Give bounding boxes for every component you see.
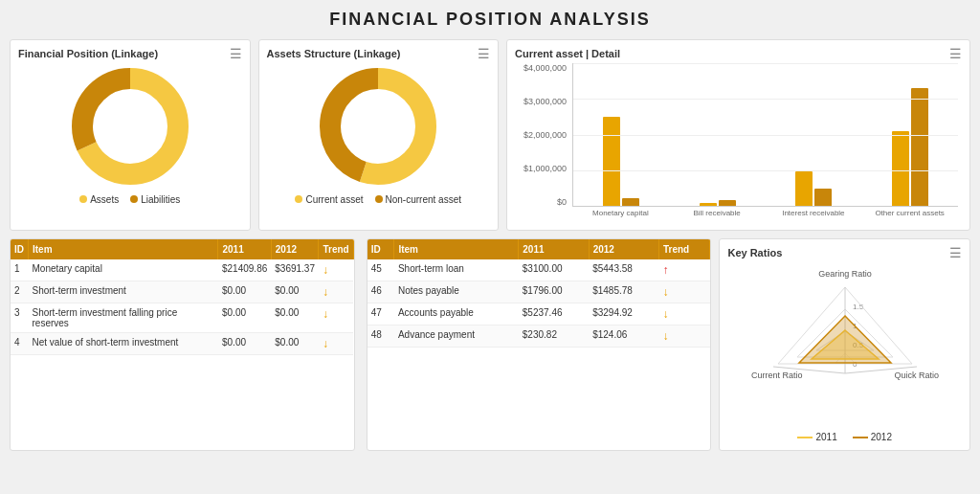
- cell-id: 48: [368, 326, 394, 348]
- right-data-table: ID Item 2011 2012 Trend 45 Short-term lo…: [368, 239, 711, 348]
- cell-id: 45: [368, 259, 394, 281]
- x-label-other: Other current assets: [861, 209, 958, 217]
- y-label-3m: $3,000,000: [515, 97, 567, 106]
- left-table-card: ID Item 2011 2012 Trend 1 Monetary capit…: [10, 238, 355, 451]
- bar-other-2012: [911, 88, 928, 206]
- cell-id: 4: [11, 333, 29, 355]
- bar-other-2011: [892, 131, 909, 206]
- svg-point-2: [97, 93, 164, 160]
- cell-2011: $1796.00: [519, 281, 589, 303]
- svg-text:Quick Ratio: Quick Ratio: [894, 370, 939, 380]
- cell-2012: $124.06: [589, 326, 658, 348]
- y-label-2m: $2,000,000: [515, 130, 567, 140]
- current-asset-card: Current asset | Detail ☰ $4,000,000 $3,0…: [506, 39, 970, 231]
- key-ratios-menu[interactable]: ☰: [949, 245, 962, 260]
- table-row: 4 Net value of short-term investment $0.…: [11, 333, 353, 355]
- table-row: 2 Short-term investment $0.00 $0.00 ↓: [11, 281, 353, 303]
- radar-legend: 2011 2012: [797, 432, 892, 442]
- assets-structure-legend: Current asset Non-current asset: [295, 194, 461, 205]
- cell-item: Monetary capital: [29, 259, 218, 281]
- y-label-0: $0: [515, 197, 567, 207]
- key-ratios-title: Key Ratios: [727, 247, 962, 258]
- col-2011-right: 2011: [519, 239, 589, 259]
- cell-2011: $0.00: [218, 303, 271, 333]
- svg-marker-21: [799, 316, 891, 363]
- y-label-1m: $1,000,000: [515, 164, 567, 173]
- assets-structure-menu[interactable]: ☰: [478, 46, 490, 61]
- cell-2012: $0.00: [271, 303, 319, 333]
- cell-id: 2: [11, 281, 29, 303]
- current-asset-menu[interactable]: ☰: [949, 46, 962, 61]
- cell-2011: $21409.86: [218, 259, 271, 281]
- cell-id: 1: [11, 259, 29, 281]
- financial-position-donut: Assets Liabilities: [18, 64, 242, 205]
- table-row: 46 Notes payable $1796.00 $1485.78 ↓: [368, 281, 710, 303]
- cell-2012: $0.00: [271, 333, 319, 355]
- bar-bill-2012: [719, 200, 736, 206]
- cell-trend: ↑: [658, 259, 709, 281]
- table-row: 47 Accounts payable $5237.46 $3294.92 ↓: [368, 303, 710, 326]
- table-row: 3 Short-term investment falling price re…: [11, 303, 353, 333]
- cell-item: Accounts payable: [394, 303, 519, 326]
- col-trend-left: Trend: [319, 239, 353, 259]
- cell-id: 3: [11, 303, 29, 333]
- financial-position-menu[interactable]: ☰: [230, 46, 242, 61]
- left-data-table: ID Item 2011 2012 Trend 1 Monetary capit…: [11, 239, 354, 355]
- page-title: FINANCIAL POSITION ANALYSIS: [10, 10, 970, 30]
- cell-2012: $3294.92: [589, 303, 658, 326]
- col-2012-left: 2012: [271, 239, 319, 259]
- x-label-monetary: Monetary capital: [572, 209, 669, 217]
- cell-item: Short-term loan: [394, 259, 519, 281]
- col-item-left: Item: [29, 239, 218, 259]
- cell-2011: $0.00: [218, 281, 271, 303]
- cell-2011: $0.00: [218, 333, 271, 355]
- cell-trend: ↓: [658, 326, 709, 348]
- col-item-right: Item: [394, 239, 519, 259]
- svg-text:Current Ratio: Current Ratio: [751, 370, 803, 380]
- bar-monetary-2012: [622, 198, 639, 206]
- bar-chart-area: $4,000,000 $3,000,000 $2,000,000 $1,000,…: [515, 63, 962, 221]
- assets-structure-donut: Current asset Non-current asset: [267, 64, 491, 205]
- bar-interest-2011: [795, 171, 813, 206]
- cell-2011: $5237.46: [519, 303, 589, 326]
- cell-item: Notes payable: [394, 281, 519, 303]
- cell-trend: ↓: [319, 333, 353, 355]
- cell-2012: $3691.37: [271, 259, 319, 281]
- cell-trend: ↓: [658, 303, 709, 326]
- col-id-right: ID: [368, 239, 394, 259]
- cell-trend: ↓: [319, 281, 353, 303]
- cell-2011: $3100.00: [519, 259, 589, 281]
- current-asset-title: Current asset | Detail: [515, 48, 962, 59]
- radar-chart: Gearing Ratio Quick Ratio Current Ratio …: [727, 263, 962, 442]
- table-row: 48 Advance payment $230.82 $124.06 ↓: [368, 326, 710, 348]
- financial-position-title: Financial Position (Linkage): [18, 48, 242, 59]
- cell-2012: $1485.78: [589, 281, 658, 303]
- col-id-left: ID: [11, 239, 29, 259]
- cell-item: Short-term investment: [29, 281, 218, 303]
- cell-item: Advance payment: [394, 326, 519, 348]
- cell-2012: $5443.58: [589, 259, 658, 281]
- cell-2012: $0.00: [271, 281, 319, 303]
- col-2011-left: 2011: [218, 239, 271, 259]
- bar-interest-2012: [814, 189, 832, 206]
- cell-id: 46: [368, 281, 394, 303]
- cell-id: 47: [368, 303, 394, 326]
- table-row: 1 Monetary capital $21409.86 $3691.37 ↓: [11, 259, 353, 281]
- table-row: 45 Short-term loan $3100.00 $5443.58 ↑: [368, 259, 710, 281]
- cell-item: Net value of short-term investment: [29, 333, 218, 355]
- svg-text:Gearing Ratio: Gearing Ratio: [818, 269, 872, 279]
- cell-item: Short-term investment falling price rese…: [29, 303, 218, 333]
- assets-structure-card: Assets Structure (Linkage) ☰ Current ass…: [258, 39, 500, 231]
- col-trend-right: Trend: [658, 239, 709, 259]
- svg-point-5: [345, 93, 412, 160]
- financial-position-legend: Assets Liabilities: [79, 194, 180, 205]
- bar-bill-2011: [700, 203, 717, 206]
- cell-trend: ↓: [319, 303, 353, 333]
- col-2012-right: 2012: [589, 239, 658, 259]
- cell-2011: $230.82: [519, 326, 589, 348]
- bar-monetary-2011: [603, 117, 620, 206]
- x-label-interest: Interest receivable: [766, 209, 862, 217]
- y-label-4m: $4,000,000: [515, 63, 567, 73]
- x-label-bill: Bill receivable: [669, 209, 766, 217]
- key-ratios-card: Key Ratios ☰ Gearing Ratio Quick Ratio C…: [719, 238, 970, 451]
